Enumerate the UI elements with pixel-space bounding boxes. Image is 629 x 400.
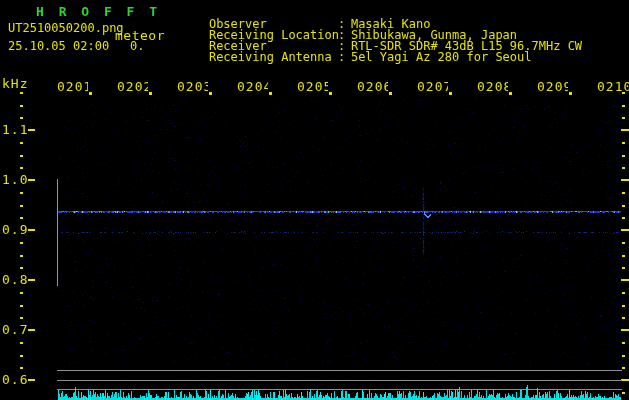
info-row-observer: Observer:Masaki Kano: [180, 6, 430, 17]
freq-axis-unit: kHz: [2, 77, 28, 90]
info-row-antenna: Receiving Antenna:5el Yagi Az 280 for Se…: [180, 39, 532, 50]
freq-tick-label: 0.7: [2, 323, 28, 336]
time-tick-label: 0207: [417, 80, 448, 94]
hrofft-output-window: H R O F F T UT2510050200.png meteor 25.1…: [0, 0, 629, 400]
time-tick-label: 0202: [117, 80, 148, 94]
time-tick-label: 0206: [357, 80, 388, 94]
time-tick-label: 0209: [537, 80, 568, 94]
info-label: Receiving Antenna: [209, 51, 338, 63]
freq-tick-label: 1.0: [2, 173, 28, 186]
info-colon: :: [338, 51, 351, 63]
time-tick-label: 0203: [177, 80, 208, 94]
event-count: 0.: [130, 40, 144, 52]
freq-tick-label: 0.8: [2, 273, 28, 286]
datetime-label: 25.10.05 02:00: [8, 40, 109, 52]
time-tick-label: 0210: [597, 80, 629, 94]
info-value: 5el Yagi Az 280 for Seoul: [351, 51, 532, 63]
info-row-location: Receiving Location:Shibukawa, Gunma, Jap…: [180, 17, 517, 28]
time-tick-label: 0208: [477, 80, 508, 94]
info-row-receiver: Receiver:RTL-SDR SDR# 43dB L15 96.7MHz C…: [180, 28, 582, 39]
app-title: H R O F F T: [36, 4, 161, 19]
time-tick-label: 0201: [57, 80, 88, 94]
freq-tick-label: 0.9: [2, 223, 28, 236]
freq-tick-label: 1.1: [2, 123, 28, 136]
time-tick-label: 0205: [297, 80, 328, 94]
freq-tick-label: 0.6: [2, 373, 28, 386]
time-tick-label: 0204: [237, 80, 268, 94]
output-filename: UT2510050200.png: [8, 22, 124, 34]
